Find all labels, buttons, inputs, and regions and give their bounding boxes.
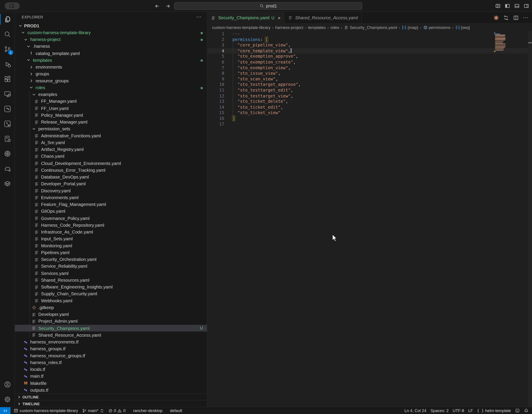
activity-item-accounts[interactable]: [0, 377, 15, 392]
more-actions-icon[interactable]: ⋯: [523, 15, 528, 21]
code-line[interactable]: 3 "core_pipeline_view",: [207, 42, 532, 48]
tree-item[interactable]: .harness: [15, 43, 207, 50]
timeline-panel-header[interactable]: TIMELINE: [15, 400, 207, 407]
tree-item[interactable]: PROD1: [15, 22, 207, 29]
remote-indicator[interactable]: [0, 407, 10, 414]
tree-item[interactable]: Discovery.yaml: [15, 187, 207, 194]
tree-item[interactable]: harness_roles.tf: [15, 359, 207, 366]
tree-item[interactable]: Continuous_Error_Tracking.yaml: [15, 167, 207, 173]
toggle-panel-icon[interactable]: [514, 3, 520, 9]
command-center-search[interactable]: prod1: [174, 2, 362, 10]
editor-scrollbar[interactable]: [528, 31, 532, 407]
code-line[interactable]: 16]: [207, 116, 532, 121]
activity-item-settings[interactable]: [0, 392, 15, 407]
activity-item-terraform-cloud[interactable]: [0, 116, 15, 131]
tree-item[interactable]: Supply_Chain_Security.yaml: [15, 290, 207, 297]
notifications-bell-icon[interactable]: [522, 407, 532, 414]
code-line[interactable]: 6 "sto_exemption_create",: [207, 59, 532, 65]
git-branch-status[interactable]: main*: [80, 407, 106, 414]
tree-item[interactable]: Infrastruce_As_Code.yaml: [15, 229, 207, 235]
sync-view-icon[interactable]: [503, 15, 509, 20]
breadcrumb-item[interactable]: {map}: [402, 25, 418, 30]
activity-item-remote-explorer[interactable]: [0, 87, 15, 101]
encoding[interactable]: UTF-8: [451, 407, 466, 414]
code-line[interactable]: 10 "sto_testtarget_approve",: [207, 82, 532, 88]
tree-item[interactable]: Service_Reliability.yaml: [15, 263, 207, 270]
tree-item[interactable]: Security_Orchestration.yaml: [15, 256, 207, 263]
breadcrumb-item[interactable]: [seq]: [455, 25, 470, 30]
tree-item[interactable]: Policy_Manager.yaml: [15, 112, 207, 118]
tree-item[interactable]: Chaos.yaml: [15, 153, 207, 160]
tree-item[interactable]: Governance_Policy.yaml: [15, 215, 207, 222]
activity-item-run-debug[interactable]: [0, 57, 15, 72]
breadcrumb-item[interactable]: harness-project: [275, 25, 303, 30]
breadcrumb-item[interactable]: custom-harness-template-library: [212, 25, 271, 30]
tree-item[interactable]: Artifact_Registry.yaml: [15, 146, 207, 153]
tree-item[interactable]: Database_DevOps.yaml: [15, 173, 207, 180]
tree-item[interactable]: Developer.yaml: [15, 311, 207, 318]
tree-item[interactable]: Pipelines.yaml: [15, 249, 207, 256]
tree-item[interactable]: Project_Admin.yaml: [15, 318, 207, 325]
tree-item[interactable]: Ai_Sre.yaml: [15, 139, 207, 146]
cursor-position[interactable]: Ln 4, Col 24: [402, 407, 428, 414]
tree-item[interactable]: harness_groups.tf: [15, 346, 207, 352]
tree-item[interactable]: main.tf: [15, 373, 207, 380]
window-control-pill[interactable]: [5, 2, 20, 10]
tree-item[interactable]: locals.tf: [15, 366, 207, 373]
outline-panel-header[interactable]: OUTLINE: [15, 393, 207, 400]
tree-item[interactable]: harness_resource_groups.tf: [15, 352, 207, 359]
tree-item[interactable]: outputs.tf: [15, 387, 207, 393]
code-line[interactable]: 15 "sto_ticket_view": [207, 110, 532, 116]
breadcrumb-item[interactable]: roles: [330, 25, 339, 30]
tree-item[interactable]: Input_Sets.yaml: [15, 235, 207, 242]
forward-arrow-icon[interactable]: [165, 3, 171, 9]
code-line[interactable]: 1---: [207, 31, 532, 37]
code-line[interactable]: 2permissions: [: [207, 37, 532, 42]
activity-item-explorer[interactable]: [0, 12, 15, 27]
breadcrumb-item[interactable]: templates: [308, 25, 326, 30]
tab-shared-resource-access[interactable]: Shared_Resource_Access.yaml: [284, 12, 361, 23]
tree-item[interactable]: FF_Manager.yaml: [15, 98, 207, 105]
activity-item-task-file[interactable]: [0, 131, 15, 146]
tree-item[interactable]: Release_Manager.yaml: [15, 118, 207, 125]
tab-security-champions[interactable]: Security_Champions.yaml U ×: [207, 12, 284, 24]
code-line[interactable]: 13 "sto_ticket_delete",: [207, 99, 532, 105]
activity-item-search[interactable]: [0, 27, 15, 42]
tree-item[interactable]: custom-harness-template-library: [15, 29, 207, 36]
tree-item[interactable]: !catalog_template.yaml: [15, 50, 207, 57]
tree-item[interactable]: Harness_Code_Repository.yaml: [15, 222, 207, 229]
code-line[interactable]: 12 "sto_testtarget_view",: [207, 93, 532, 99]
tree-item[interactable]: Monitoring.yaml: [15, 242, 207, 249]
minimap[interactable]: [494, 32, 505, 53]
workspace-indicator[interactable]: custom-harness-template-library: [12, 407, 80, 414]
tree-item[interactable]: permission_sets: [15, 125, 207, 132]
customize-layout-icon[interactable]: [495, 3, 501, 9]
tree-item[interactable]: .gitkeep: [15, 304, 207, 311]
tree-item[interactable]: groups: [15, 70, 207, 77]
activity-item-containers[interactable]: [0, 176, 15, 191]
kube-namespace[interactable]: default: [168, 407, 184, 414]
tree-item[interactable]: Administrative_Functions.yaml: [15, 132, 207, 139]
indentation[interactable]: Spaces: 2: [428, 407, 451, 414]
tree-item[interactable]: Cloud_Development_Environments.yaml: [15, 160, 207, 167]
tree-item[interactable]: harness-project: [15, 36, 207, 43]
toggle-primary-sidebar-icon[interactable]: [504, 3, 510, 9]
eol-indicator[interactable]: LF: [466, 407, 475, 414]
activity-item-source-control[interactable]: 1: [0, 42, 15, 57]
code-line[interactable]: 8 "sto_issue_view",: [207, 70, 532, 76]
tree-item[interactable]: Services.yaml: [15, 270, 207, 277]
close-icon[interactable]: ×: [278, 15, 281, 21]
tree-item[interactable]: FF_User.yaml: [15, 105, 207, 112]
back-arrow-icon[interactable]: [154, 3, 160, 9]
problems-status[interactable]: 0 0: [106, 407, 128, 414]
tree-item[interactable]: environments: [15, 64, 207, 70]
code-line[interactable]: 7 "sto_exemption_view",: [207, 65, 532, 71]
tree-item[interactable]: Shared_Resources.yaml: [15, 277, 207, 283]
tree-item[interactable]: Software_Engineering_Insights.yaml: [15, 283, 207, 290]
toggle-secondary-sidebar-icon[interactable]: [523, 3, 529, 9]
activity-item-extensions[interactable]: [0, 72, 15, 87]
tree-item[interactable]: Feature_Flag_Management.yaml: [15, 201, 207, 208]
code-line[interactable]: 9 "sto_scan_view",: [207, 76, 532, 82]
split-editor-icon[interactable]: [513, 15, 519, 20]
tree-item[interactable]: Environments.yaml: [15, 194, 207, 201]
